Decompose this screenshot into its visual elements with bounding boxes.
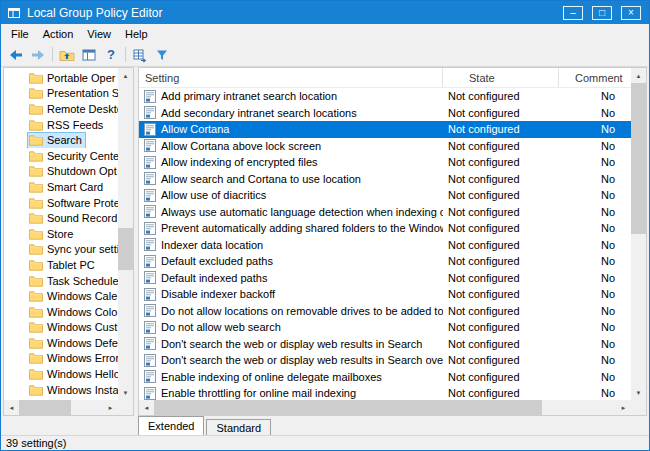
tree-item[interactable]: Smart Card <box>4 179 118 195</box>
menu-action[interactable]: Action <box>36 26 81 42</box>
policy-row[interactable]: Don't search the web or display web resu… <box>139 352 631 369</box>
tree-item[interactable]: Tablet PC <box>4 257 118 273</box>
tree-item[interactable]: Windows Cale <box>4 288 118 304</box>
policy-comment: No <box>559 338 631 350</box>
policy-comment: No <box>559 387 631 399</box>
tree-item[interactable]: Security Cente <box>4 148 118 164</box>
scroll-right-icon[interactable]: ► <box>103 400 118 415</box>
tree-item[interactable]: Windows Defe <box>4 335 118 351</box>
policy-row[interactable]: Allow use of diacritics Not configured N… <box>139 187 631 204</box>
policy-setting-name: Allow indexing of encrypted files <box>161 156 318 168</box>
help-icon[interactable]: ? <box>100 45 122 65</box>
scroll-up-icon[interactable]: ▲ <box>631 68 646 83</box>
tree-item[interactable]: Windows Error <box>4 351 118 367</box>
titlebar[interactable]: Local Group Policy Editor – □ × <box>1 1 649 24</box>
minimize-button[interactable]: – <box>563 6 583 20</box>
policy-row[interactable]: Indexer data location Not configured No <box>139 237 631 254</box>
tree-item[interactable]: Sync your setti <box>4 242 118 258</box>
policy-row[interactable]: Default excluded paths Not configured No <box>139 253 631 270</box>
policy-comment: No <box>559 173 631 185</box>
policy-comment: No <box>559 288 631 300</box>
export-list-icon[interactable] <box>129 45 151 65</box>
tree-item[interactable]: RSS Feeds <box>4 117 118 133</box>
policy-setting-name: Always use automatic language detection … <box>161 206 443 218</box>
policy-row[interactable]: Add primary intranet search location Not… <box>139 88 631 105</box>
scroll-left-icon[interactable]: ◄ <box>4 400 19 415</box>
policy-row[interactable]: Add secondary intranet search locations … <box>139 105 631 122</box>
policy-state: Not configured <box>443 206 559 218</box>
status-text: 39 setting(s) <box>6 437 67 449</box>
tree-item[interactable]: Search <box>4 132 118 148</box>
filter-icon[interactable] <box>151 45 173 65</box>
policy-setting-name: Enable indexing of online delegate mailb… <box>161 371 382 383</box>
menu-file[interactable]: File <box>4 26 36 42</box>
scrollbar-corner <box>631 400 646 415</box>
policy-row[interactable]: Enable throttling for online mail indexi… <box>139 385 631 400</box>
tree-item[interactable]: Remote Deskto <box>4 101 118 117</box>
policy-setting-icon <box>144 222 156 235</box>
column-header-state[interactable]: State <box>443 68 559 87</box>
tree-item-label: Windows Cust <box>47 321 117 333</box>
tree-item-label: RSS Feeds <box>47 119 103 131</box>
menu-help[interactable]: Help <box>118 26 155 42</box>
tree-item[interactable]: Task Schedule <box>4 273 118 289</box>
up-one-level-icon[interactable] <box>56 45 78 65</box>
list-vertical-scrollbar[interactable]: ▲ ▼ <box>631 68 646 400</box>
policy-row[interactable]: Allow search and Cortana to use location… <box>139 171 631 188</box>
column-header-comment[interactable]: Comment <box>559 68 631 87</box>
back-icon[interactable] <box>5 45 27 65</box>
policy-row[interactable]: Enable indexing of online delegate mailb… <box>139 369 631 386</box>
policy-setting-icon <box>144 205 156 218</box>
scroll-up-icon[interactable]: ▲ <box>118 68 133 83</box>
tree-item[interactable]: Software Prote <box>4 195 118 211</box>
tree-item[interactable]: Windows Colo <box>4 304 118 320</box>
scroll-left-icon[interactable]: ◄ <box>139 400 154 415</box>
scroll-down-icon[interactable]: ▼ <box>118 385 133 400</box>
policy-row[interactable]: Always use automatic language detection … <box>139 204 631 221</box>
close-button[interactable]: × <box>621 6 641 20</box>
policy-row[interactable]: Allow Cortana Not configured No <box>139 121 631 138</box>
maximize-button[interactable]: □ <box>592 6 612 20</box>
tree-item[interactable]: Sound Record <box>4 210 118 226</box>
tree-vertical-scrollbar[interactable]: ▲ ▼ <box>118 68 133 400</box>
policy-row[interactable]: Default indexed paths Not configured No <box>139 270 631 287</box>
scrollbar-thumb[interactable] <box>118 228 133 270</box>
tree-item[interactable]: Presentation S <box>4 86 118 102</box>
tab-standard[interactable]: Standard <box>206 419 271 435</box>
scrollbar-thumb[interactable] <box>154 400 542 415</box>
policy-row[interactable]: Allow Cortana above lock screen Not conf… <box>139 138 631 155</box>
tree-item[interactable]: Portable Oper <box>4 70 118 86</box>
policy-row[interactable]: Do not allow web search Not configured N… <box>139 319 631 336</box>
policy-row[interactable]: Allow indexing of encrypted files Not co… <box>139 154 631 171</box>
policy-comment: No <box>559 156 631 168</box>
show-console-tree-icon[interactable] <box>78 45 100 65</box>
scrollbar-thumb[interactable] <box>631 83 646 234</box>
policy-row[interactable]: Do not allow locations on removable driv… <box>139 303 631 320</box>
tree-item[interactable]: Store <box>4 226 118 242</box>
forward-icon[interactable] <box>27 45 49 65</box>
menu-view[interactable]: View <box>80 26 118 42</box>
tree-item[interactable]: Windows Hello <box>4 366 118 382</box>
policy-comment: No <box>559 189 631 201</box>
scroll-down-icon[interactable]: ▼ <box>631 385 646 400</box>
tree-items: Portable Oper Presentation S Remote Desk… <box>4 68 118 400</box>
policy-setting-name: Default excluded paths <box>161 255 273 267</box>
tree-item-label: Shutdown Opt <box>47 165 117 177</box>
tree-item[interactable]: Shutdown Opt <box>4 164 118 180</box>
policy-comment: No <box>559 321 631 333</box>
tree-horizontal-scrollbar[interactable]: ◄ ► <box>4 400 118 415</box>
list-horizontal-scrollbar[interactable]: ◄ ► <box>139 400 631 415</box>
policy-state: Not configured <box>443 354 559 366</box>
tree-item[interactable]: Windows Insta <box>4 382 118 398</box>
policy-setting-icon <box>144 139 156 152</box>
folder-icon <box>29 290 43 302</box>
tab-extended[interactable]: Extended <box>138 416 204 435</box>
policy-row[interactable]: Prevent automatically adding shared fold… <box>139 220 631 237</box>
policy-state: Not configured <box>443 156 559 168</box>
policy-row[interactable]: Disable indexer backoff Not configured N… <box>139 286 631 303</box>
scrollbar-thumb[interactable] <box>19 400 71 415</box>
policy-row[interactable]: Don't search the web or display web resu… <box>139 336 631 353</box>
column-header-setting[interactable]: Setting <box>139 68 443 87</box>
tree-item[interactable]: Windows Cust <box>4 320 118 336</box>
scroll-right-icon[interactable]: ► <box>616 400 631 415</box>
